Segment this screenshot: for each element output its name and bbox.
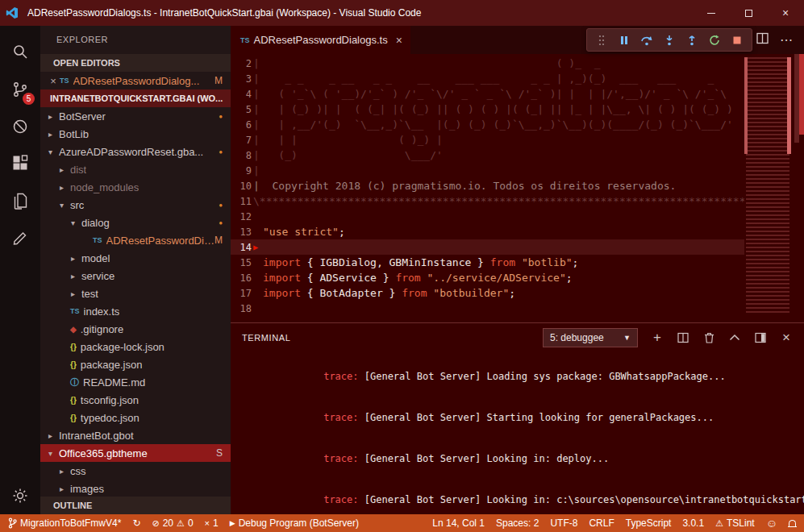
code-line: 18 bbox=[231, 301, 744, 316]
close-panel-icon[interactable]: × bbox=[780, 331, 793, 344]
tree-item[interactable]: ▸ BotLib bbox=[40, 125, 231, 143]
tslint-item[interactable]: ⚠ TSLint bbox=[715, 517, 755, 529]
step-over-icon[interactable] bbox=[637, 31, 656, 50]
cursor-position-item[interactable]: Ln 14, Col 1 bbox=[432, 517, 485, 529]
tree-item[interactable]: TS ADResetPasswordDial... M bbox=[40, 231, 231, 249]
debug-current-line-icon: ▶ bbox=[253, 243, 263, 251]
close-tab-icon[interactable]: × bbox=[396, 34, 402, 47]
ts-version-item[interactable]: 3.0.1 bbox=[682, 517, 704, 529]
more-actions-icon[interactable]: ⋯ bbox=[780, 32, 793, 48]
tree-item[interactable]: ▸ dist bbox=[40, 160, 231, 178]
stop-icon[interactable] bbox=[727, 31, 747, 50]
tree-item[interactable]: ▾ dialog ● bbox=[40, 214, 231, 231]
tree-item[interactable]: {} package.json bbox=[40, 355, 231, 373]
tree-item[interactable]: {} package-lock.json bbox=[40, 338, 231, 355]
sync-icon[interactable]: ↻ bbox=[132, 517, 140, 529]
split-terminal-icon[interactable] bbox=[677, 331, 689, 344]
line-number: 13 bbox=[231, 227, 263, 238]
kill-terminal-trash-icon[interactable] bbox=[702, 331, 715, 344]
debug-icon[interactable] bbox=[1, 108, 40, 145]
tree-item[interactable]: ▸ IntranetBot.gbot bbox=[40, 426, 231, 444]
edit-icon[interactable] bbox=[1, 219, 40, 256]
tree-item[interactable]: TS index.ts bbox=[40, 302, 231, 320]
tree-item[interactable]: ▸ css bbox=[40, 462, 231, 480]
ts-file-icon: TS bbox=[240, 36, 250, 44]
close-window-button[interactable]: × bbox=[767, 0, 804, 26]
minimize-button[interactable] bbox=[693, 0, 730, 26]
indentation-item[interactable]: Spaces: 2 bbox=[496, 517, 539, 529]
step-into-icon[interactable] bbox=[660, 31, 679, 50]
editor-scrollbar[interactable] bbox=[793, 54, 804, 322]
new-terminal-icon[interactable]: + bbox=[651, 331, 664, 344]
source-control-icon[interactable]: 5 bbox=[1, 71, 40, 108]
chevron-icon: ▸ bbox=[60, 467, 70, 476]
toolbar-grip-icon[interactable] bbox=[592, 31, 611, 50]
line-number: 12 bbox=[231, 211, 263, 222]
tree-item[interactable]: ◆ .gitignore bbox=[40, 320, 231, 338]
tree-item[interactable]: ▾ AzureADPasswordReset.gba... ● bbox=[40, 143, 231, 160]
scm-changes-badge: 5 bbox=[23, 93, 35, 105]
tree-item[interactable]: ▸ BotServer ● bbox=[40, 107, 231, 125]
code-line: 2 | ( )_ _ | bbox=[231, 56, 744, 71]
git-branch-item[interactable]: MigrationToBotFmwV4* bbox=[8, 517, 121, 529]
code-editor[interactable]: 2 | ( )_ _ | bbox=[231, 54, 804, 322]
explorer-icon[interactable] bbox=[1, 182, 40, 219]
panel-layout-icon[interactable] bbox=[754, 331, 767, 344]
language-mode-item[interactable]: TypeScript bbox=[626, 517, 672, 529]
tree-item[interactable]: ⓘ README.md bbox=[40, 373, 231, 391]
terminal-instance-dropdown[interactable]: 5: debuggee ▼ bbox=[543, 328, 638, 347]
notifications-bell-icon[interactable] bbox=[789, 520, 796, 526]
play-icon: ▶ bbox=[230, 519, 235, 527]
encoding-item[interactable]: UTF-8 bbox=[550, 517, 577, 529]
file-tree: ▸ BotServer ● ▸ BotLib bbox=[40, 107, 231, 497]
step-out-icon[interactable] bbox=[682, 31, 702, 50]
chevron-icon: ▸ bbox=[48, 130, 59, 139]
line-number: 17 bbox=[231, 288, 263, 299]
code-line: 14 ▶ bbox=[231, 239, 744, 255]
search-icon[interactable] bbox=[1, 34, 40, 71]
close-icon[interactable]: × bbox=[47, 75, 60, 87]
tree-item-label: ADResetPasswordDial... bbox=[106, 235, 215, 247]
terminal-tab[interactable]: TERMINAL bbox=[242, 333, 290, 343]
code-line: 12 bbox=[231, 209, 744, 224]
tree-item[interactable]: ▸ service bbox=[40, 267, 231, 285]
chevron-icon: ▸ bbox=[71, 289, 81, 298]
trace-prefix: trace: bbox=[323, 371, 358, 382]
tree-item[interactable]: ▸ model bbox=[40, 249, 231, 267]
tree-item[interactable]: ▸ node_modules bbox=[40, 178, 231, 196]
tree-item-label: typedoc.json bbox=[81, 412, 140, 424]
outline-header[interactable]: OUTLINE bbox=[40, 497, 231, 514]
pause-icon[interactable] bbox=[614, 31, 634, 50]
minimap[interactable] bbox=[744, 54, 793, 322]
open-editors-header[interactable]: OPEN EDITORS bbox=[40, 54, 231, 72]
debug-program-item[interactable]: ▶ Debug Program (BotServer) bbox=[230, 517, 359, 529]
tree-item-label: package-lock.json bbox=[81, 341, 165, 353]
x-count-item[interactable]: × 1 bbox=[205, 517, 219, 529]
tree-item[interactable]: ▸ images bbox=[40, 480, 231, 497]
tree-item[interactable]: ▸ test bbox=[40, 285, 231, 302]
workspace-section-header[interactable]: INTRANETBOTQUICKSTART.GBAI (WO... bbox=[40, 89, 231, 107]
modified-dot: ● bbox=[219, 113, 231, 120]
extensions-icon[interactable] bbox=[1, 145, 40, 182]
feedback-smiley-icon[interactable]: ☺ bbox=[766, 517, 777, 530]
tree-item[interactable]: ▾ src ● bbox=[40, 196, 231, 214]
tree-item[interactable]: {} typedoc.json bbox=[40, 409, 231, 426]
restart-icon[interactable] bbox=[705, 31, 724, 50]
settings-gear-icon[interactable] bbox=[1, 477, 40, 514]
tree-item-label: service bbox=[81, 270, 115, 282]
tree-item[interactable]: {} tsconfig.json bbox=[40, 391, 231, 409]
terminal-output[interactable]: trace: [General Bot Server] Loading sys … bbox=[231, 351, 804, 514]
tree-item[interactable]: ▾ Office365.gbtheme S bbox=[40, 444, 231, 462]
maximize-panel-chevron-icon[interactable] bbox=[728, 331, 741, 344]
editor-tab[interactable]: TS ADResetPasswordDialogs.ts × bbox=[231, 26, 410, 54]
chevron-icon: ▸ bbox=[60, 165, 70, 174]
eol-item[interactable]: CRLF bbox=[589, 517, 614, 529]
maximize-button[interactable] bbox=[730, 0, 767, 26]
split-editor-icon[interactable] bbox=[756, 32, 769, 48]
problems-item[interactable]: ⊘ 20 ⚠ 0 bbox=[152, 517, 193, 529]
chevron-icon: ▸ bbox=[71, 254, 81, 263]
code-line: 16 import { ADService } from "../service… bbox=[231, 270, 744, 285]
open-editor-item[interactable]: × TS ADResetPasswordDialog... M bbox=[40, 72, 231, 89]
terminal-panel: TERMINAL 5: debuggee ▼ + bbox=[231, 322, 804, 514]
code-line: 6 | | ,__/'(_) `\__,_)`\__ |(_) (_) (_)`… bbox=[231, 117, 744, 132]
